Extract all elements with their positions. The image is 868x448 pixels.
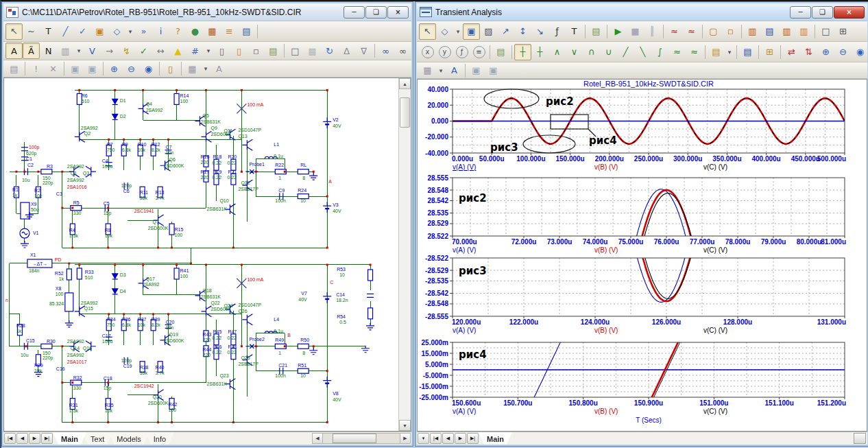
- next-page-button[interactable]: ▶: [29, 433, 40, 444]
- schematic-find-button[interactable]: ∞: [394, 43, 411, 59]
- analysis-data-points-123-button[interactable]: ⊞: [761, 44, 778, 60]
- analysis-object-tool-button[interactable]: ◇: [436, 23, 453, 40]
- schematic-help-mode-button[interactable]: ?: [169, 23, 186, 40]
- schematic-current-display-button[interactable]: →: [101, 43, 118, 59]
- last-page-button[interactable]: ▶|: [41, 433, 53, 444]
- analysis-auto-scale-x-button[interactable]: ⇄: [783, 44, 800, 60]
- scroll-up-icon[interactable]: ▲: [399, 78, 411, 89]
- next-page-button[interactable]: ▶: [455, 433, 466, 444]
- analysis-clipboard-button[interactable]: ▤: [708, 44, 725, 60]
- schematic-wire-mode-button[interactable]: ~: [23, 23, 40, 40]
- analysis-global-high-button[interactable]: ≈: [668, 44, 686, 60]
- page-dropdown-button[interactable]: ▾: [418, 433, 429, 444]
- schematic-shapes-button[interactable]: ◇: [108, 23, 125, 40]
- schematic-copy-tool-button[interactable]: ▥: [57, 43, 74, 59]
- schematic-tab-info[interactable]: Info: [145, 432, 174, 445]
- analysis-digital-plot-button[interactable]: ≈: [683, 23, 700, 40]
- hscroll-thumb[interactable]: [333, 434, 376, 443]
- schematic-info-page-button[interactable]: ▤: [5, 60, 23, 77]
- schematic-component-browser-button[interactable]: ▣: [91, 23, 108, 40]
- schematic-file-list-button[interactable]: ≡: [221, 23, 238, 40]
- analysis-zoom-out-button[interactable]: ⊖: [834, 44, 852, 60]
- schematic-find-waveform-button[interactable]: ∞: [377, 43, 394, 59]
- analysis-data-points-button[interactable]: ▫: [722, 23, 739, 40]
- close-button[interactable]: ×: [387, 6, 409, 19]
- schematic-warnings-button[interactable]: ▲: [169, 43, 186, 59]
- schematic-show-errors-button[interactable]: !: [27, 60, 45, 77]
- minimize-button[interactable]: ─: [343, 6, 365, 19]
- analysis-scale-vertical-button[interactable]: ↕: [514, 23, 531, 40]
- analysis-slope-positive-button[interactable]: ╱: [617, 44, 634, 60]
- schematic-font-button[interactable]: A: [210, 60, 228, 77]
- analysis-scale-horizontal-button[interactable]: ↘: [531, 23, 548, 40]
- schematic-bring-to-front-button[interactable]: ▣: [67, 60, 84, 77]
- schematic-page-image-button[interactable]: ▯: [162, 60, 179, 77]
- analysis-bring-to-front-button[interactable]: ▣: [468, 62, 485, 79]
- schematic-grid-options-button[interactable]: ▦: [184, 60, 201, 77]
- analysis-cursor-position-button[interactable]: ⊞: [834, 23, 852, 40]
- schematic-new-page-button[interactable]: ▯: [213, 43, 230, 59]
- schematic-power-display-button[interactable]: ↯: [118, 43, 135, 59]
- analysis-numeric-output-button[interactable]: ▤: [739, 44, 756, 60]
- schematic-grid-toggle-button[interactable]: #: [186, 43, 204, 59]
- analysis-select-box-button[interactable]: ▢: [705, 23, 722, 40]
- analysis-cursor-mode-button[interactable]: ┼: [514, 44, 531, 60]
- schematic-check-rules-button[interactable]: ▦: [204, 23, 221, 40]
- analysis-zoom-select-button[interactable]: ▣: [463, 23, 480, 40]
- schematic-line-tool-button[interactable]: ╱: [57, 23, 74, 40]
- schematic-zoom-100-button[interactable]: ◉: [140, 60, 157, 77]
- schematic-conditions-button[interactable]: ✓: [135, 43, 152, 59]
- analysis-send-to-back-button[interactable]: ▣: [485, 62, 502, 79]
- analysis-pan-mode-button[interactable]: ▨: [480, 23, 497, 40]
- schematic-polyline-tool-button[interactable]: ✓: [74, 23, 91, 40]
- schematic-rotate-button[interactable]: ↻: [321, 43, 338, 59]
- analysis-fx-expression-button[interactable]: ƒ: [453, 44, 470, 60]
- analysis-clipboard-dropdown-button[interactable]: ▾: [725, 44, 734, 60]
- analysis-x-expression-button[interactable]: x: [419, 44, 436, 60]
- analysis-pause-button[interactable]: ║: [644, 23, 661, 40]
- schematic-tab-text[interactable]: Text: [82, 432, 112, 445]
- restore-button[interactable]: ❏: [812, 6, 833, 19]
- analysis-select-button[interactable]: ↖: [419, 23, 436, 40]
- schematic-attribute-text-button[interactable]: A: [5, 43, 23, 59]
- close-button[interactable]: ×: [834, 6, 865, 19]
- last-page-button[interactable]: ▶|: [467, 433, 479, 444]
- schematic-web-link-button[interactable]: ●: [186, 23, 204, 40]
- schematic-page-properties-button[interactable]: ▤: [265, 43, 282, 59]
- analysis-grid-options-button[interactable]: ▦: [419, 62, 436, 79]
- schematic-text-tool-button[interactable]: T: [40, 23, 57, 40]
- schematic-pin-connections-button[interactable]: ↔: [152, 43, 169, 59]
- analysis-run-button[interactable]: ▶: [610, 23, 627, 40]
- minimize-button[interactable]: ─: [790, 6, 811, 19]
- schematic-zoom-in-button[interactable]: ⊕: [106, 60, 123, 77]
- first-page-button[interactable]: |◀: [430, 433, 442, 444]
- analysis-y-expression-button[interactable]: y: [436, 44, 453, 60]
- schematic-info-tool-button[interactable]: i: [152, 23, 169, 40]
- analysis-go-to-valley-button[interactable]: ∨: [566, 44, 583, 60]
- schematic-select-button[interactable]: ↖: [5, 23, 23, 40]
- analysis-panel-two-button[interactable]: ▤: [761, 23, 778, 40]
- schematic-edit-note-button[interactable]: ▤: [238, 23, 255, 40]
- analysis-font-button[interactable]: A: [446, 62, 463, 79]
- schematic-wave-attribute-button[interactable]: Ã: [23, 43, 40, 59]
- schematic-canvas[interactable]: →ΔT→R6510D1D2Q42SA992R141002SA992Q2Q52SB…: [4, 78, 398, 432]
- analysis-hscroll-thumb[interactable]: [854, 433, 866, 444]
- analysis-panel-three-button[interactable]: ▥: [778, 23, 795, 40]
- analysis-slope-negative-button[interactable]: ╲: [634, 44, 651, 60]
- restore-button[interactable]: ❏: [365, 6, 387, 19]
- vscroll-thumb[interactable]: [400, 97, 410, 128]
- analysis-object-dropdown-button[interactable]: ▾: [453, 23, 463, 40]
- analysis-single-axis-button[interactable]: □: [817, 23, 834, 40]
- schematic-send-to-back-button[interactable]: ▣: [84, 60, 101, 77]
- analysis-auto-scale-y-button[interactable]: ⇅: [800, 44, 817, 60]
- schematic-flip-horizontal-button[interactable]: ∇: [355, 43, 372, 59]
- analysis-text-mode-button[interactable]: T: [566, 23, 583, 40]
- analysis-go-to-peak-button[interactable]: ∧: [548, 44, 566, 60]
- schematic-titlebar[interactable]: C:\MC11\DATA\Petrov\Rotel_RB-951\Rotel_R…: [3, 3, 411, 21]
- scroll-right-icon[interactable]: ▶: [400, 433, 411, 444]
- analysis-titlebar[interactable]: Transient Analysis ─ ❏ ×: [417, 3, 867, 21]
- analysis-inflection-button[interactable]: ∫: [651, 44, 668, 60]
- analysis-panel-four-button[interactable]: ▥: [795, 23, 812, 40]
- schematic-tab-models[interactable]: Models: [108, 432, 149, 445]
- analysis-go-to-low-button[interactable]: ∪: [600, 44, 617, 60]
